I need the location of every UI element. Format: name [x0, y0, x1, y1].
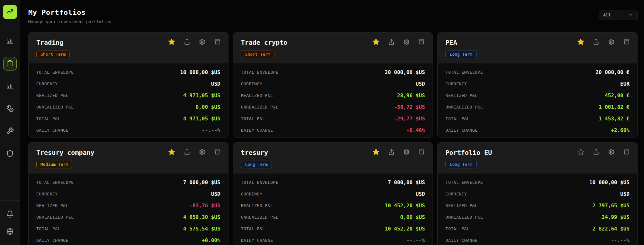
star-icon: [577, 38, 584, 46]
stat-value: 7 000,00 $US: [388, 179, 425, 185]
archive-button[interactable]: [214, 149, 220, 156]
stat-value: 4 575,54 $US: [183, 226, 220, 232]
stat-label: TOTAL ENVELOPE: [36, 70, 74, 75]
stat-label: TOTAL P&L: [445, 116, 470, 121]
settings-button[interactable]: [199, 149, 205, 156]
portfolio-card[interactable]: Trading: [28, 32, 228, 138]
stat-row-daily-change: DAILY CHANGE +0.00%: [36, 234, 220, 245]
star-icon: [577, 148, 584, 156]
stat-label: UNREALIZED P&L: [241, 105, 279, 109]
share-button[interactable]: [388, 39, 395, 46]
portfolio-name: Portfolio EU: [445, 149, 492, 156]
term-badge: Short Term: [241, 51, 274, 58]
stat-label: CURRENCY: [36, 192, 58, 196]
archive-icon: [214, 39, 220, 46]
stat-row-unrealized-pl: UNREALIZED P&L 0,00 $US: [241, 211, 425, 223]
portfolio-card[interactable]: Trade crypto: [233, 32, 433, 138]
stat-value: USD: [416, 191, 425, 197]
portfolio-card-body: TOTAL ENVELOPE 10 000,00 $US CURRENCY US…: [438, 174, 637, 245]
sidebar-item-tools[interactable]: [3, 125, 17, 138]
portfolio-card[interactable]: tresury: [233, 142, 433, 245]
portfolio-card-header: Trading: [29, 33, 228, 63]
stat-row-unrealized-pl: UNREALIZED P&L 1 001,82 €: [445, 101, 630, 113]
stat-value: 1 001,82 €: [599, 104, 630, 110]
share-button[interactable]: [593, 39, 599, 46]
share-button[interactable]: [593, 149, 599, 156]
stat-value: --.--%: [202, 127, 220, 133]
archive-button[interactable]: [623, 149, 630, 156]
settings-button[interactable]: [199, 39, 205, 46]
portfolio-card-header: PEA: [438, 33, 637, 63]
favorite-button[interactable]: [372, 148, 380, 156]
share-button[interactable]: [184, 149, 190, 156]
wrench-icon: [6, 127, 14, 136]
stat-label: UNREALIZED P&L: [445, 105, 483, 109]
gear-icon: [199, 149, 205, 156]
favorite-button[interactable]: [168, 38, 175, 46]
stat-value: 10 000,00 $US: [180, 69, 220, 75]
notifications-button[interactable]: [3, 208, 17, 221]
portfolio-card[interactable]: Tresury company: [28, 142, 228, 245]
archive-button[interactable]: [214, 39, 220, 46]
gear-icon: [608, 39, 614, 46]
stat-value: 2 797,65 $US: [592, 203, 630, 209]
sidebar-item-charts[interactable]: [3, 34, 17, 48]
stat-value: 452,00 €: [605, 92, 630, 99]
sidebar-item-security[interactable]: [3, 147, 17, 161]
language-button[interactable]: [3, 225, 17, 239]
main-content: My Portfolios Manage your investment por…: [20, 0, 644, 245]
stat-row-total-envelope: TOTAL ENVELOPE 10 000,00 $US: [36, 66, 220, 78]
star-icon: [168, 38, 175, 46]
gear-icon: [403, 149, 410, 156]
portfolio-card[interactable]: PEA: [437, 32, 638, 138]
stat-value: +2.60%: [611, 127, 630, 133]
stat-row-total-pl: TOTAL P&L -29,77 $US: [241, 113, 425, 124]
archive-button[interactable]: [418, 39, 425, 46]
stat-value: -58,72 $US: [394, 104, 425, 110]
favorite-button[interactable]: [577, 38, 584, 46]
app-logo[interactable]: [3, 5, 17, 19]
sidebar-divider: [0, 200, 20, 201]
sidebar-bottom: [0, 200, 20, 239]
stat-value: 28,96 $US: [397, 92, 425, 99]
settings-button[interactable]: [403, 39, 410, 46]
portfolio-cards-grid: Trading: [28, 32, 638, 245]
share-button[interactable]: [388, 149, 395, 156]
share-icon: [184, 39, 190, 46]
share-button[interactable]: [184, 39, 190, 46]
settings-button[interactable]: [608, 149, 614, 156]
stat-label: UNREALIZED P&L: [445, 215, 483, 220]
stat-label: TOTAL ENVELOPE: [445, 180, 483, 185]
settings-button[interactable]: [403, 149, 410, 156]
stat-row-total-pl: TOTAL P&L 2 822,64 $US: [445, 223, 630, 234]
sidebar-item-analytics[interactable]: [3, 80, 17, 93]
sidebar-item-coins[interactable]: [3, 102, 17, 116]
favorite-button[interactable]: [577, 148, 584, 156]
sidebar-item-portfolios[interactable]: [3, 57, 17, 71]
portfolio-card-body: TOTAL ENVELOPE 7 000,00 $US CURRENCY USD…: [233, 174, 433, 245]
stat-label: REALIZED P&L: [36, 93, 68, 98]
stat-value: 7 000,00 $US: [183, 179, 220, 185]
stat-label: REALIZED P&L: [241, 203, 273, 208]
portfolio-name: tresury: [241, 149, 268, 156]
archive-button[interactable]: [418, 149, 425, 156]
portfolio-card-actions: [577, 38, 630, 46]
coins-icon: [6, 105, 14, 113]
stat-row-currency: CURRENCY USD: [445, 188, 630, 200]
stat-value: 0,00 $US: [196, 104, 220, 110]
favorite-button[interactable]: [168, 148, 175, 156]
portfolio-card-actions: [372, 148, 425, 156]
star-icon: [168, 148, 175, 156]
stat-row-currency: CURRENCY USD: [36, 188, 220, 200]
gear-icon: [199, 39, 205, 46]
portfolio-card[interactable]: Portfolio EU: [437, 142, 638, 245]
archive-button[interactable]: [623, 39, 630, 46]
settings-button[interactable]: [608, 39, 614, 46]
portfolio-filter-select[interactable]: All: [599, 10, 638, 20]
bell-icon: [6, 210, 14, 219]
favorite-button[interactable]: [372, 38, 380, 46]
filter-selected-value: All: [603, 13, 611, 17]
gear-icon: [608, 149, 614, 156]
stat-row-realized-pl: REALIZED P&L 28,96 $US: [241, 90, 425, 101]
portfolio-card-actions: [577, 148, 630, 156]
